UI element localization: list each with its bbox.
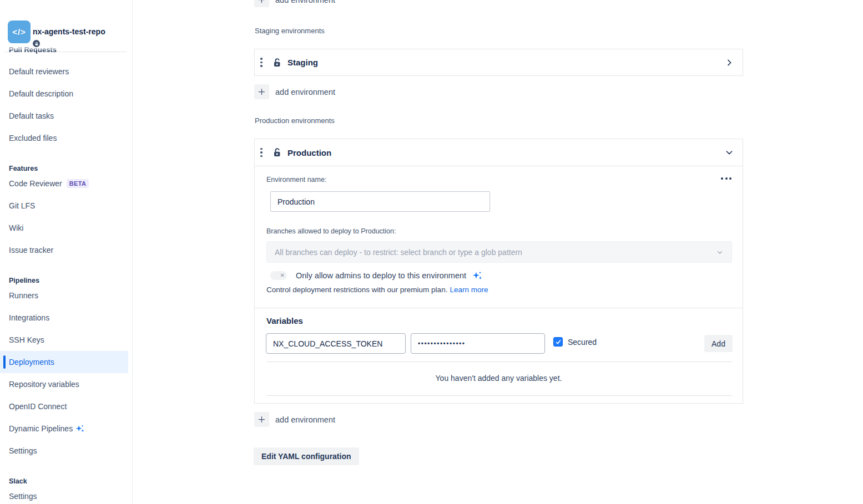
sidebar-item-wiki[interactable]: Wiki	[0, 217, 133, 239]
secured-checkbox[interactable]	[553, 337, 563, 347]
drag-handle-icon[interactable]	[260, 58, 268, 67]
variables-title: Variables	[266, 316, 303, 325]
sidebar-nav: Default reviewers Default description De…	[0, 60, 133, 504]
repo-name: nx-agents-test-repo	[33, 27, 105, 36]
branches-allowed-label: Branches allowed to deploy to Production…	[266, 227, 396, 235]
drag-handle-icon[interactable]	[260, 148, 268, 157]
sidebar-heading-slack: Slack	[0, 470, 133, 485]
production-environment-card-header[interactable]: Production	[254, 139, 743, 166]
sidebar-item-git-lfs[interactable]: Git LFS	[0, 195, 133, 217]
sidebar-item-deployments[interactable]: Deployments	[0, 351, 128, 373]
variables-empty-text: You haven't added any variables yet.	[255, 374, 743, 383]
variable-name-input[interactable]	[266, 333, 406, 354]
add-environment-button-staging[interactable]: add environment	[254, 84, 335, 99]
repo-avatar[interactable]: </>	[8, 21, 31, 43]
plus-icon	[254, 412, 269, 427]
sidebar-heading-pull-requests: Pull Requests	[9, 45, 57, 54]
branches-select[interactable]: All branches can deploy - to restrict: s…	[266, 241, 732, 263]
unlock-icon	[271, 57, 282, 68]
unlock-icon	[271, 147, 282, 158]
sidebar-item-default-reviewers[interactable]: Default reviewers	[0, 60, 133, 83]
learn-more-link[interactable]: Learn more	[450, 286, 488, 294]
deployments-content: add environment Staging environments Sta…	[133, 0, 863, 504]
add-variable-button[interactable]: Add	[704, 335, 733, 352]
staging-environments-label: Staging environments	[255, 27, 325, 35]
staging-title: Staging	[287, 58, 318, 67]
sidebar-item-slack-settings[interactable]: Settings	[0, 485, 133, 504]
environment-name-input[interactable]	[270, 191, 490, 212]
plus-icon	[254, 0, 269, 7]
chevron-down-icon[interactable]	[725, 148, 734, 157]
production-environments-label: Production environments	[255, 116, 335, 125]
sidebar-heading-pipelines: Pipelines	[0, 269, 133, 284]
sidebar-item-default-tasks[interactable]: Default tasks	[0, 105, 133, 127]
sidebar-item-default-description[interactable]: Default description	[0, 83, 133, 105]
variable-value-input[interactable]	[411, 333, 545, 354]
sparkle-icon	[472, 270, 483, 281]
repo-header: </> nx-agents-test-repo	[0, 0, 132, 52]
production-environment-panel: Environment name: Branches allowed to de…	[254, 166, 743, 404]
premium-plan-text: Control deployment restrictions with our…	[266, 286, 488, 294]
add-environment-button-production[interactable]: add environment	[254, 412, 335, 427]
sidebar-item-issue-tracker[interactable]: Issue tracker	[0, 239, 133, 261]
sidebar-item-code-reviewer[interactable]: Code Reviewer BETA	[0, 172, 133, 195]
branches-select-placeholder: All branches can deploy - to restrict: s…	[275, 248, 716, 257]
chevron-right-icon[interactable]	[725, 58, 734, 67]
add-environment-button-top[interactable]: add environment	[254, 0, 335, 7]
overflow-menu-icon[interactable]	[721, 177, 731, 180]
sparkle-icon	[75, 424, 85, 434]
settings-sidebar: </> nx-agents-test-repo Pull Requests De…	[0, 0, 133, 504]
beta-badge: BETA	[67, 179, 89, 188]
sidebar-item-repository-variables[interactable]: Repository variables	[0, 373, 133, 395]
secured-label: Secured	[568, 338, 597, 347]
chevron-down-icon	[716, 248, 724, 256]
variables-divider	[266, 362, 732, 362]
variables-section: Variables Secured Add You haven't added …	[255, 308, 743, 403]
variables-divider	[266, 395, 732, 396]
sidebar-item-ssh-keys[interactable]: SSH Keys	[0, 329, 133, 351]
sidebar-heading-features: Features	[0, 157, 133, 172]
sidebar-item-runners[interactable]: Runners	[0, 284, 133, 307]
admins-only-label: Only allow admins to deploy to this envi…	[296, 271, 466, 280]
sidebar-item-settings[interactable]: Settings	[0, 440, 133, 462]
sidebar-item-excluded-files[interactable]: Excluded files	[0, 127, 133, 149]
sidebar-item-openid-connect[interactable]: OpenID Connect	[0, 395, 133, 418]
code-icon: </>	[12, 27, 26, 37]
staging-environment-card[interactable]: Staging	[254, 49, 743, 76]
environment-name-label: Environment name:	[266, 176, 326, 184]
admins-only-toggle[interactable]: ✕	[270, 271, 287, 280]
sidebar-item-dynamic-pipelines[interactable]: Dynamic Pipelines	[0, 418, 133, 440]
sidebar-item-integrations[interactable]: Integrations	[0, 307, 133, 329]
production-title: Production	[287, 148, 331, 157]
edit-yaml-configuration-button[interactable]: Edit YAML configuration	[254, 447, 359, 465]
plus-icon	[254, 84, 269, 99]
